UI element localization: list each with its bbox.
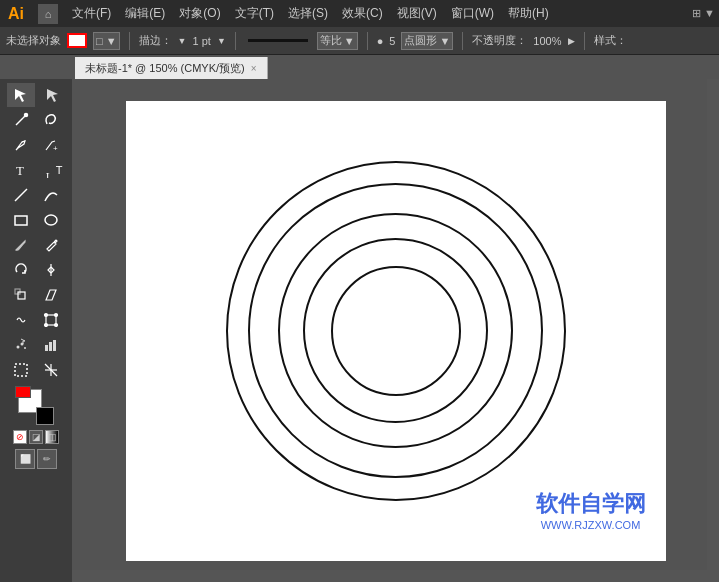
tool-row-rotate [2, 258, 70, 282]
svg-point-16 [45, 314, 48, 317]
arc-tool-button[interactable] [37, 183, 65, 207]
separator-2 [235, 32, 236, 50]
separator-1 [129, 32, 130, 50]
menu-file[interactable]: 文件(F) [66, 3, 117, 24]
separator-3 [367, 32, 368, 50]
menu-select[interactable]: 选择(S) [282, 3, 334, 24]
tool-row-brush [2, 233, 70, 257]
rectangle-tool-button[interactable] [7, 208, 35, 232]
draw-mode-button[interactable]: ✏ [37, 449, 57, 469]
svg-marker-1 [47, 89, 58, 102]
svg-text:T: T [16, 163, 24, 178]
watermark: 软件自学网 WWW.RJZXW.COM [536, 489, 646, 531]
shear-tool-button[interactable] [37, 283, 65, 307]
stroke-label: 描边： [139, 33, 172, 48]
free-transform-tool-button[interactable] [37, 308, 65, 332]
circle-inner-small [331, 266, 461, 396]
svg-point-19 [55, 324, 58, 327]
menu-window[interactable]: 窗口(W) [445, 3, 500, 24]
warp-tool-button[interactable] [7, 308, 35, 332]
menu-effect[interactable]: 效果(C) [336, 3, 389, 24]
opacity-value: 100% [533, 35, 561, 47]
toolbar: + T T T [0, 79, 72, 582]
fill-dropdown[interactable]: □ ▼ [93, 32, 120, 50]
ellipse-tool-button[interactable] [37, 208, 65, 232]
svg-point-20 [17, 346, 20, 349]
magic-wand-tool-button[interactable] [7, 108, 35, 132]
tab-close-button[interactable]: × [251, 63, 257, 74]
chevron-down-icon: ▼ [178, 36, 187, 46]
bottom-tool-row: ⬜ ✏ [2, 449, 70, 469]
svg-rect-15 [46, 315, 56, 325]
document-tab[interactable]: 未标题-1* @ 150% (CMYK/预览) × [75, 57, 268, 79]
workspace-switcher[interactable]: ⊞ ▼ [692, 7, 715, 20]
tool-row-artboard [2, 358, 70, 382]
color-mode-button[interactable]: ◪ [29, 430, 43, 444]
canvas-paper: 软件自学网 WWW.RJZXW.COM [126, 101, 666, 561]
selection-status: 未选择对象 [6, 33, 61, 48]
svg-point-17 [55, 314, 58, 317]
pen-tool-button[interactable] [7, 133, 35, 157]
separator-4 [462, 32, 463, 50]
canvas-area[interactable]: 软件自学网 WWW.RJZXW.COM [72, 79, 719, 582]
menu-view[interactable]: 视图(V) [391, 3, 443, 24]
rotate-tool-button[interactable] [7, 258, 35, 282]
menu-edit[interactable]: 编辑(E) [119, 3, 171, 24]
menu-text[interactable]: 文字(T) [229, 3, 280, 24]
svg-rect-13 [18, 292, 25, 299]
app-logo: Ai [4, 3, 28, 25]
svg-point-22 [24, 347, 26, 349]
stroke-color-swatch[interactable] [36, 407, 54, 425]
symbol-sprayer-button[interactable] [7, 333, 35, 357]
point-count-label: ● [377, 35, 384, 47]
none-swatch[interactable]: ⊘ [13, 430, 27, 444]
tool-row-line [2, 183, 70, 207]
tool-row-warp [2, 308, 70, 332]
color-swatches-area [18, 389, 54, 425]
style-label: 样式： [594, 33, 627, 48]
shape-dropdown[interactable]: 点圆形 ▼ [401, 32, 453, 50]
tab-title: 未标题-1* @ 150% (CMYK/预览) [85, 61, 245, 76]
svg-rect-23 [45, 345, 48, 351]
artboard-tool-button[interactable] [7, 358, 35, 382]
tool-row-1 [2, 83, 70, 107]
line-segment-tool-button[interactable] [7, 183, 35, 207]
svg-rect-10 [15, 216, 27, 225]
pencil-tool-button[interactable] [37, 233, 65, 257]
svg-rect-25 [53, 340, 56, 351]
slice-tool-button[interactable] [37, 358, 65, 382]
svg-point-18 [45, 324, 48, 327]
selection-tool-button[interactable] [7, 83, 35, 107]
column-graph-button[interactable] [37, 333, 65, 357]
fill-swatch[interactable] [67, 33, 87, 48]
chevron-down-icon-2: ▼ [217, 36, 226, 46]
stroke-color-indicator [15, 386, 31, 398]
tool-row-type: T T T [2, 158, 70, 182]
separator-5 [584, 32, 585, 50]
paintbrush-tool-button[interactable] [7, 233, 35, 257]
scale-tool-button[interactable] [7, 283, 35, 307]
type-tool-button[interactable]: T [7, 158, 35, 182]
gradient-button[interactable]: ◫ [45, 430, 59, 444]
opacity-label: 不透明度： [472, 33, 527, 48]
svg-marker-0 [15, 89, 26, 102]
vertical-type-tool-button[interactable]: T T [37, 158, 65, 182]
add-anchor-tool-button[interactable]: + [37, 133, 65, 157]
svg-rect-26 [15, 364, 27, 376]
point-count-value: 5 [389, 35, 395, 47]
reflect-tool-button[interactable] [37, 258, 65, 282]
tab-bar: 未标题-1* @ 150% (CMYK/预览) × [0, 55, 719, 79]
lasso-tool-button[interactable] [37, 108, 65, 132]
stroke-align-dropdown[interactable]: 等比 ▼ [317, 32, 358, 50]
svg-text:+: + [53, 144, 58, 153]
tool-row-scale [2, 283, 70, 307]
stroke-style-line [248, 39, 308, 42]
screen-mode-button[interactable]: ⬜ [15, 449, 35, 469]
home-button[interactable]: ⌂ [38, 4, 58, 24]
menu-help[interactable]: 帮助(H) [502, 3, 555, 24]
tool-row-symbol [2, 333, 70, 357]
chevron-right-icon: ▶ [568, 36, 575, 46]
menu-object[interactable]: 对象(O) [173, 3, 226, 24]
svg-rect-24 [49, 342, 52, 351]
direct-selection-tool-button[interactable] [37, 83, 65, 107]
